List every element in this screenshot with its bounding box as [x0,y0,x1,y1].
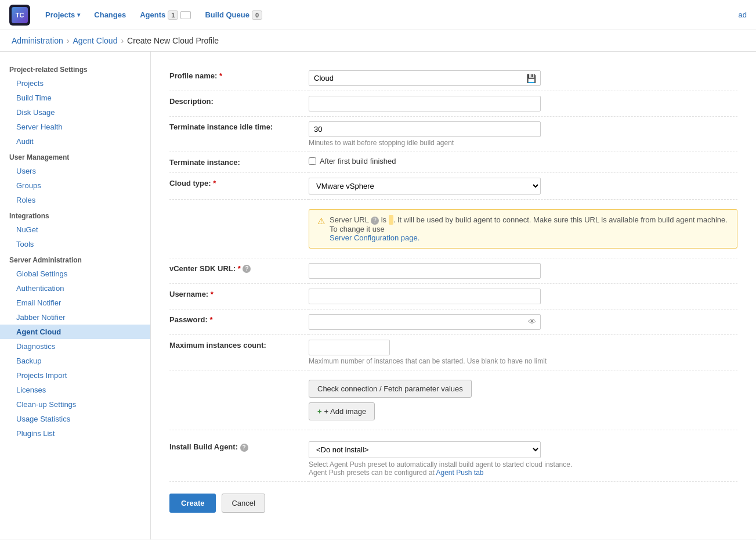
vcenter-sdk-required: * [238,264,241,273]
vcenter-sdk-input[interactable] [309,263,541,279]
user-menu[interactable]: ad [739,10,747,19]
sidebar-section-project: Project-related Settings [0,61,150,76]
sidebar-item-usage-statistics[interactable]: Usage Statistics [0,412,150,426]
terminate-idle-input[interactable] [309,121,541,137]
password-input[interactable] [309,314,541,330]
sidebar-item-users[interactable]: Users [0,164,150,178]
description-label: Description: [169,91,309,117]
plus-icon: + [317,407,322,416]
check-connection-cell: Check connection / Fetch parameter value… [309,370,737,430]
agents-badge: 1 [168,10,178,20]
description-input[interactable] [309,96,541,111]
check-connection-button[interactable]: Check connection / Fetch parameter value… [309,380,472,398]
sidebar-section-user-mgmt: User Management [0,149,150,164]
max-instances-input[interactable] [309,340,390,355]
terminate-instance-checkbox-row: After first build finished [309,157,737,165]
sidebar-item-cleanup-settings[interactable]: Clean-up Settings [0,397,150,412]
breadcrumb-sep-2: › [121,36,124,45]
cancel-button[interactable]: Cancel [222,494,265,513]
warning-content: Server URL ? is . It will be used by bui… [330,215,729,242]
form-row-description: Description: [169,91,737,117]
breadcrumb-current: Create New Cloud Profile [127,36,219,45]
username-input[interactable] [309,289,541,304]
terminate-instance-checkbox-label: After first build finished [320,157,396,165]
create-button[interactable]: Create [169,494,216,513]
server-url-value [389,215,393,225]
sidebar-item-jabber-notifier[interactable]: Jabber Notifier [0,310,150,325]
sidebar-item-backup[interactable]: Backup [0,354,150,368]
cloud-type-label: Cloud type: * [169,173,309,200]
sidebar-item-diagnostics[interactable]: Diagnostics [0,339,150,354]
form-actions: Create Cancel [169,494,737,513]
breadcrumb-agent-cloud[interactable]: Agent Cloud [73,36,117,45]
breadcrumb: Administration › Agent Cloud › Create Ne… [0,30,756,52]
nav-changes[interactable]: Changes [88,7,132,23]
terminate-instance-checkbox[interactable] [309,157,316,165]
nav-items: Projects ▾ Changes Agents 1 Build Queue … [39,7,739,23]
agent-push-tab-link[interactable]: Agent Push tab [436,469,483,477]
sidebar-item-plugins-list[interactable]: Plugins List [0,426,150,441]
password-required: * [209,315,212,324]
sidebar-item-audit[interactable]: Audit [0,134,150,149]
profile-name-value-cell: 💾 [309,66,737,91]
sidebar-item-groups[interactable]: Groups [0,178,150,193]
sidebar-item-server-health[interactable]: Server Health [0,120,150,134]
sidebar-item-projects[interactable]: Projects [0,76,150,91]
sidebar-item-global-settings[interactable]: Global Settings [0,267,150,281]
password-toggle-icon[interactable]: 👁 [528,317,536,326]
profile-name-label: Profile name: * [169,66,309,91]
form-row-vcenter-sdk: vCenter SDK URL: * ? [169,258,737,283]
form-row-actions-1: Check connection / Fetch parameter value… [169,370,737,430]
sidebar-item-licenses[interactable]: Licenses [0,383,150,397]
add-image-button[interactable]: + + Add image [309,402,375,420]
content-area: Profile name: * 💾 Description: [151,52,756,539]
sidebar-item-nuget[interactable]: NuGet [0,222,150,237]
form-row-cloud-type: Cloud type: * VMware vSphere Amazon EC2 … [169,173,737,200]
save-draft-icon: 💾 [526,74,536,83]
sidebar-item-email-notifier[interactable]: Email Notifier [0,296,150,310]
breadcrumb-sep-1: › [67,36,70,45]
form-row-username: Username: * [169,283,737,309]
password-label: Password: * [169,309,309,334]
logo-inner: TC [12,7,28,23]
nav-projects[interactable]: Projects ▾ [39,7,86,23]
sidebar-item-roles[interactable]: Roles [0,193,150,207]
main-layout: Project-related Settings Projects Build … [0,52,756,539]
cloud-type-select[interactable]: VMware vSphere Amazon EC2 Azure Google C… [309,178,541,195]
form-row-profile-name: Profile name: * 💾 [169,66,737,91]
server-config-link[interactable]: Server Configuration page. [330,233,419,242]
cloud-type-required: * [213,179,216,188]
server-url-warning: ⚠ Server URL ? is . It will be used by b… [309,209,737,249]
password-value-cell: 👁 [309,309,737,334]
username-required: * [211,290,214,298]
form-row-terminate-idle: Terminate instance idle time: Minutes to… [169,117,737,152]
install-agent-select[interactable]: <Do not install> Install via Agent Push [309,441,541,458]
username-label: Username: * [169,283,309,309]
nav-build-queue[interactable]: Build Queue 0 [199,7,268,23]
sidebar-item-disk-usage[interactable]: Disk Usage [0,105,150,120]
form-table: Profile name: * 💾 Description: [169,66,737,482]
terminate-instance-label: Terminate instance: [169,152,309,173]
max-instances-value-cell: Maximum number of instances that can be … [309,334,737,370]
breadcrumb-administration[interactable]: Administration [12,36,63,45]
top-navigation: TC Projects ▾ Changes Agents 1 Build Que… [0,0,756,30]
form-row-terminate-instance: Terminate instance: After first build fi… [169,152,737,173]
warning-icon: ⚠ [317,216,325,226]
form-row-install-agent: Install Build Agent: ? <Do not install> … [169,437,737,482]
build-queue-badge: 0 [252,10,262,20]
agents-icon [180,11,191,19]
nav-agents[interactable]: Agents 1 [134,7,197,23]
sidebar-item-projects-import[interactable]: Projects Import [0,368,150,383]
sidebar-item-agent-cloud[interactable]: Agent Cloud [0,325,150,339]
install-agent-help-icon[interactable]: ? [240,444,248,452]
help-icon[interactable]: ? [371,217,379,225]
profile-name-input[interactable] [309,70,541,86]
vcenter-help-icon[interactable]: ? [243,265,251,273]
password-wrapper: 👁 [309,314,541,330]
sidebar-item-tools[interactable]: Tools [0,237,150,251]
max-instances-hint: Maximum number of instances that can be … [309,357,737,365]
terminate-idle-value-cell: Minutes to wait before stopping idle bui… [309,117,737,152]
profile-name-wrapper: 💾 [309,70,541,86]
sidebar-item-authentication[interactable]: Authentication [0,281,150,296]
sidebar-item-build-time[interactable]: Build Time [0,91,150,105]
